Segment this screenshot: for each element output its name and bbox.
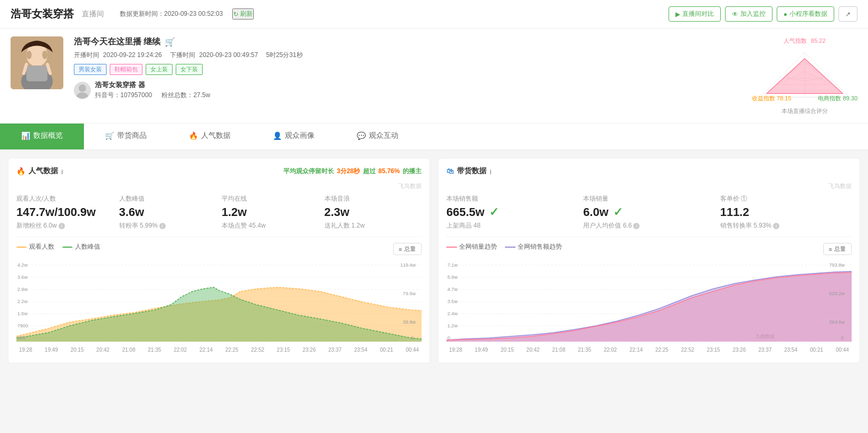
svg-text:3.5w: 3.5w: [447, 299, 458, 304]
x-axis-right: 19:28 19:49 20:15 20:42 21:08 21:35 22:0…: [446, 347, 852, 353]
header-actions: ▶ 直播间对比 👁 加入监控 ● 小程序看数据 ↗: [669, 6, 857, 22]
share-button[interactable]: ↗: [838, 6, 857, 22]
viewers-info-icon[interactable]: i: [59, 223, 65, 229]
svg-text:529.2w: 529.2w: [829, 291, 845, 296]
svg-rect-3: [26, 65, 47, 81]
fire-icon: 🔥: [16, 167, 25, 175]
svg-point-9: [79, 84, 86, 92]
bag-icon: 🛍: [446, 167, 454, 175]
svg-text:2.9w: 2.9w: [17, 287, 28, 292]
tag-women-bottom: 女下装: [176, 64, 203, 75]
panel-divider-right: [446, 237, 852, 237]
tab-popularity[interactable]: 🔥 人气数据: [168, 124, 252, 149]
account-details: 浩哥女装穿搭 器 抖音号：107957000 粉丝总数：27.5w: [95, 80, 210, 100]
compare-button[interactable]: ▶ 直播间对比: [669, 6, 721, 22]
legend-peak-line: [62, 247, 73, 248]
refresh-button[interactable]: ↻ 刷新: [232, 8, 254, 20]
radar-chart: 收益指数 78.15 电商指数 89.30: [752, 47, 857, 105]
update-time: 数据更新时间：2020-09-23 00:52:03: [120, 10, 223, 18]
legend-sales-amount: 全网销售额趋势: [505, 242, 562, 251]
ecommerce-label: 电商指数 89.30: [818, 95, 857, 102]
stat-peak: 人数峰值 3.6w 转粉率 5.99% i: [119, 194, 217, 230]
profile-account: 浩哥女装穿搭 器 抖音号：107957000 粉丝总数：27.5w: [74, 80, 731, 100]
popularity-label: 人气指数: [784, 37, 807, 44]
tab-interaction[interactable]: 💬 观众互动: [336, 124, 419, 149]
stat-unit-price: 客单价 ① 111.2 销售转换率 5.93% i: [720, 194, 852, 230]
circle-icon: ●: [784, 11, 787, 18]
profile-info: 浩哥今天在这里播 继续 🛒 开播时间 2020-09-22 19:24:26 下…: [74, 36, 731, 100]
stream-meta: 开播时间 2020-09-22 19:24:26 下播时间 2020-09-23…: [74, 51, 731, 60]
tab-products[interactable]: 🛒 带货商品: [84, 124, 168, 149]
check-icon-sales: ✓: [489, 205, 499, 219]
svg-text:九熊数据: 九熊数据: [756, 334, 775, 339]
legend-amount-line: [505, 247, 516, 248]
check-icon-volume: ✓: [613, 205, 623, 219]
tab-overview[interactable]: 📊 数据概览: [0, 124, 84, 149]
stat-viewers: 观看人次/人数 147.7w/100.9w 新增粉丝 6.0w i: [16, 194, 114, 230]
chat-icon: 💬: [357, 131, 366, 140]
svg-text:39.8w: 39.8w: [403, 319, 416, 325]
svg-text:119.4w: 119.4w: [400, 262, 416, 268]
page-title: 浩哥女装穿搭: [11, 7, 74, 21]
avatar-image: [11, 36, 63, 89]
svg-point-5: [42, 51, 47, 59]
total-button-right[interactable]: ≡ 总量: [823, 243, 852, 255]
price-info-icon[interactable]: i: [773, 223, 779, 229]
shopping-icon: 🛒: [105, 131, 114, 140]
svg-text:2.4w: 2.4w: [447, 311, 458, 316]
avg-duration-info: 平均观众停留时长 3分28秒 超过 85.76% 的播主: [283, 167, 422, 176]
svg-text:3.6w: 3.6w: [17, 275, 28, 280]
chart-icon: ≡: [399, 246, 402, 252]
tab-audience[interactable]: 👤 观众画像: [252, 124, 336, 149]
svg-text:1.2w: 1.2w: [447, 323, 458, 328]
profile-section: 浩哥今天在这里播 继续 🛒 开播时间 2020-09-22 19:24:26 下…: [0, 29, 868, 124]
tag-women-top: 女上装: [146, 64, 173, 75]
svg-text:0: 0: [447, 335, 450, 341]
chart-legend-right: 全网销量趋势 全网销售额趋势 ≡ 总量: [446, 242, 852, 256]
legend-viewers: 观看人数: [16, 242, 54, 251]
legend-sales-volume: 全网销量趋势: [446, 242, 497, 251]
monitor-button[interactable]: 👁 加入监控: [725, 6, 772, 22]
legend-peak: 人数峰值: [62, 242, 100, 251]
page-subtitle: 直播间: [82, 10, 104, 19]
account-avatar: [74, 82, 91, 99]
svg-text:4.7w: 4.7w: [447, 287, 458, 292]
svg-text:0: 0: [411, 335, 414, 341]
profile-tags: 男装女装 鞋帽箱包 女上装 女下装: [74, 64, 731, 75]
person-icon: 👤: [273, 131, 282, 140]
svg-text:79.6w: 79.6w: [403, 291, 416, 296]
stat-sales-volume: 本场销量 6.0w ✓ 用户人均价值 6.6 i: [583, 194, 714, 230]
goods-info-icon[interactable]: i: [490, 168, 491, 176]
flybird-watermark-right: 飞鸟数据: [446, 182, 852, 190]
eye-icon: 👁: [732, 11, 738, 18]
total-button-left[interactable]: ≡ 总量: [393, 243, 422, 255]
goods-panel-title: 🛍 带货数据 i: [446, 166, 491, 176]
peak-info-icon[interactable]: i: [159, 223, 166, 229]
popularity-chart-svg: 4.2w 3.6w 2.9w 2.2w 1.5w 7900 900 119.4w…: [16, 260, 422, 344]
svg-text:900: 900: [17, 335, 25, 341]
svg-text:0: 0: [841, 335, 844, 341]
miniapp-button[interactable]: ● 小程序看数据: [777, 6, 834, 22]
tabs-bar: 📊 数据概览 🛒 带货商品 🔥 人气数据 👤 观众画像 💬 观众互动: [0, 124, 868, 150]
goods-panel: 🛍 带货数据 i 飞鸟数据 本场销售额 665.5w ✓ 上架商品 48 本场销…: [438, 158, 860, 363]
popularity-value: 85.22: [811, 37, 826, 44]
main-content: 🔥 人气数据 i 平均观众停留时长 3分28秒 超过 85.76% 的播主 飞鸟…: [0, 150, 868, 371]
popularity-info-icon[interactable]: i: [61, 168, 63, 176]
stat-avg-online: 平均在线 1.2w 本场点赞 45.4w: [222, 194, 319, 230]
cart-icon: 🛒: [165, 37, 175, 47]
tag-menswear: 男装女装: [74, 64, 107, 75]
tag-bags: 鞋帽箱包: [110, 64, 142, 75]
fire-icon-tab: 🔥: [189, 131, 198, 140]
svg-text:2.2w: 2.2w: [17, 299, 28, 304]
svg-text:7.1w: 7.1w: [447, 262, 458, 268]
header: 浩哥女装穿搭 直播间 数据更新时间：2020-09-23 00:52:03 ↻ …: [0, 0, 868, 29]
stream-title: 浩哥今天在这里播 继续 🛒: [74, 36, 731, 48]
volume-info-icon[interactable]: i: [633, 223, 640, 229]
goods-chart: 7.1w 5.9w 4.7w 3.5w 2.4w 1.2w 0 793.8w 5…: [446, 260, 852, 355]
stat-gifts: 本场音浪 2.3w 送礼人数 1.2w: [325, 194, 422, 230]
refresh-icon: ↻: [233, 11, 239, 18]
svg-text:264.6w: 264.6w: [829, 319, 845, 325]
radar-title: 本场直播综合评分: [752, 107, 857, 115]
flybird-watermark-left: 飞鸟数据: [16, 182, 422, 190]
popularity-stats: 观看人次/人数 147.7w/100.9w 新增粉丝 6.0w i 人数峰值 3…: [16, 194, 422, 230]
